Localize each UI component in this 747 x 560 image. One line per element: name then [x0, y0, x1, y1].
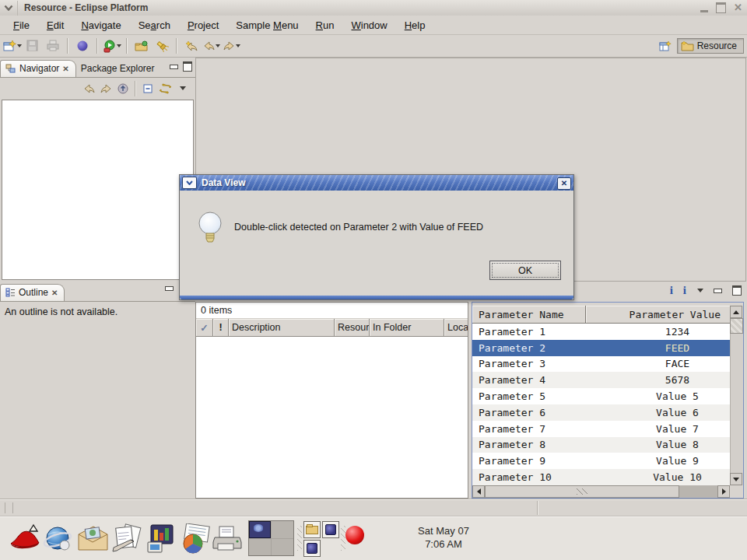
scroll-right-button[interactable]	[717, 485, 730, 498]
maximize-view-button[interactable]	[732, 285, 742, 296]
alert-notification-icon[interactable]	[345, 526, 364, 544]
ok-button[interactable]: OK	[489, 261, 561, 280]
scroll-down-button[interactable]	[730, 473, 742, 485]
column-completed[interactable]: ✓	[196, 319, 213, 337]
nav-back-button[interactable]	[82, 80, 96, 97]
menu-help[interactable]: Help	[396, 19, 434, 31]
redhat-menu-launcher[interactable]	[8, 523, 39, 555]
maximize-view-button[interactable]	[183, 61, 192, 72]
window-list-item-eclipse-2[interactable]	[303, 540, 321, 557]
table-row[interactable]: Parameter 11234	[472, 324, 730, 340]
sample-action-button[interactable]	[73, 37, 92, 54]
scroll-left-button[interactable]	[472, 485, 485, 498]
column-location[interactable]: Location	[444, 319, 468, 337]
dialog-close-button[interactable]: ✕	[557, 177, 571, 190]
workspace-2[interactable]	[272, 521, 293, 538]
info-action-icon[interactable]: i	[670, 285, 673, 296]
run-button[interactable]	[103, 37, 121, 54]
open-perspective-button[interactable]	[658, 37, 672, 54]
menu-search[interactable]: Search	[130, 19, 179, 31]
menu-file[interactable]: File	[5, 19, 38, 31]
new-wizard-button[interactable]	[3, 37, 22, 54]
link-with-editor-button[interactable]	[158, 80, 172, 97]
search-button[interactable]	[153, 37, 171, 54]
print-button[interactable]	[44, 37, 62, 54]
scrollbar-track[interactable]	[679, 485, 717, 498]
menu-run[interactable]: Run	[307, 19, 343, 31]
last-edit-location-button[interactable]	[182, 37, 201, 54]
close-tab-icon[interactable]: ✕	[62, 65, 68, 73]
spreadsheet-launcher[interactable]	[177, 523, 209, 555]
scrollbar-thumb[interactable]	[485, 485, 679, 498]
tab-outline[interactable]: Outline ✕	[0, 284, 65, 301]
table-row-selected[interactable]: Parameter 2FEED	[472, 340, 730, 356]
forward-button[interactable]	[223, 37, 241, 54]
table-row[interactable]: Parameter 10Value 10	[472, 469, 730, 485]
scrollbar-track[interactable]	[730, 334, 743, 473]
presentation-launcher[interactable]	[145, 523, 176, 555]
tab-label: Navigator	[19, 63, 59, 74]
dialog-window-menu-button[interactable]	[182, 177, 197, 189]
clock-applet[interactable]: Sat May 07 7:06 AM	[393, 524, 494, 551]
window-menu-button[interactable]	[0, 1, 18, 16]
table-row[interactable]: Parameter 5Value 5	[472, 388, 730, 404]
workspace-3[interactable]	[249, 539, 271, 556]
workspace-switcher[interactable]	[248, 520, 294, 556]
menu-edit[interactable]: Edit	[38, 19, 72, 31]
menu-project[interactable]: Project	[179, 19, 227, 31]
scroll-up-button[interactable]	[730, 306, 742, 318]
back-button[interactable]	[202, 37, 221, 54]
column-description[interactable]: Description	[229, 319, 335, 337]
window-list-item-folder[interactable]	[303, 521, 321, 538]
minimize-button[interactable]	[700, 10, 708, 12]
scrollbar-thumb[interactable]	[730, 318, 743, 334]
info-action-icon[interactable]: i	[683, 285, 686, 296]
maximize-button[interactable]	[716, 2, 726, 13]
minimize-view-button[interactable]	[165, 286, 174, 291]
workspace-4[interactable]	[272, 539, 293, 556]
menu-sample-menu[interactable]: Sample Menu	[227, 19, 307, 31]
tab-package-explorer[interactable]: Package Explorer	[76, 61, 161, 77]
nav-forward-button[interactable]	[99, 80, 113, 97]
view-menu-button[interactable]	[175, 80, 189, 97]
web-browser-launcher[interactable]	[42, 523, 73, 555]
word-processor-launcher[interactable]	[110, 523, 142, 555]
print-manager-launcher[interactable]	[212, 523, 243, 555]
close-tab-icon[interactable]: ✕	[51, 289, 58, 297]
email-launcher[interactable]	[76, 523, 107, 555]
horizontal-scrollbar[interactable]	[472, 485, 730, 498]
dialog-bottom-border	[180, 296, 573, 299]
minimize-view-button[interactable]	[170, 65, 178, 69]
applet-handle[interactable]	[341, 526, 345, 551]
table-row[interactable]: Parameter 45678	[472, 372, 730, 388]
column-in-folder[interactable]: In Folder	[370, 319, 444, 337]
window-list-item-eclipse[interactable]	[322, 521, 339, 538]
column-parameter-value[interactable]: Parameter Value	[586, 306, 730, 324]
applet-handle[interactable]	[297, 526, 302, 551]
vertical-scrollbar[interactable]	[730, 306, 743, 485]
close-button[interactable]: ✕	[734, 2, 742, 13]
column-parameter-name[interactable]: Parameter Name	[472, 306, 586, 324]
open-resource-button[interactable]	[132, 37, 151, 54]
save-button[interactable]	[23, 37, 42, 54]
column-priority[interactable]: !	[213, 319, 229, 337]
table-row[interactable]: Parameter 3FACE	[472, 356, 730, 373]
menu-navigate[interactable]: Navigate	[72, 19, 129, 31]
collapse-all-button[interactable]	[141, 80, 155, 97]
dropdown-arrow-icon	[17, 44, 22, 47]
menu-window[interactable]: Window	[342, 19, 395, 31]
minimize-view-button[interactable]	[714, 289, 722, 293]
view-menu-arrow-icon[interactable]	[697, 289, 703, 292]
nav-up-button[interactable]	[116, 80, 130, 97]
perspective-resource-button[interactable]: Resource	[677, 38, 744, 54]
navigator-tree[interactable]	[2, 100, 194, 280]
workspace-1-active[interactable]	[249, 521, 271, 538]
dialog-titlebar[interactable]: Data View ✕	[180, 175, 573, 191]
column-resource[interactable]: Resource	[335, 319, 370, 337]
chevron-down-icon	[4, 5, 13, 11]
table-row[interactable]: Parameter 8Value 8	[472, 437, 730, 453]
table-row[interactable]: Parameter 6Value 6	[472, 404, 730, 421]
table-row[interactable]: Parameter 7Value 7	[472, 421, 730, 437]
tab-navigator[interactable]: Navigator ✕	[0, 60, 76, 77]
table-row[interactable]: Parameter 9Value 9	[472, 453, 730, 469]
